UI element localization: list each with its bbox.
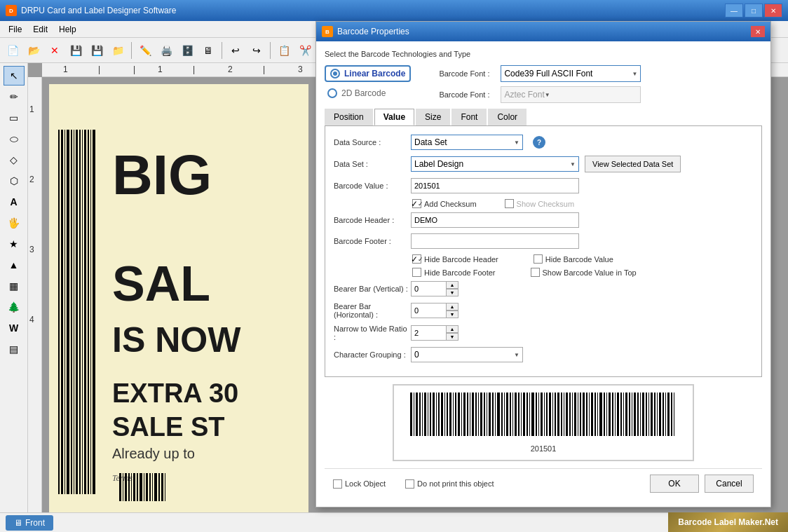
bearer-h-down[interactable]: ▼ [446,311,458,318]
ok-button[interactable]: OK [650,475,699,493]
barcode-value-label: Barcode Value : [334,182,411,190]
help-icon[interactable]: ? [533,136,545,149]
tb-copy[interactable]: 📋 [274,41,294,60]
tool-pencil[interactable]: ✏ [4,87,25,107]
show-top-checkbox[interactable] [531,268,540,277]
show-checksum-checkbox[interactable] [505,199,514,208]
hide-footer-label: Hide Barcode Footer [424,268,496,277]
menu-file[interactable]: File [3,23,27,36]
add-checksum-checkbox[interactable]: ✓ [412,199,421,208]
tool-triangle[interactable]: ▲ [4,255,25,275]
data-source-dropdown[interactable]: Data Set ▼ [411,135,523,150]
svg-rect-67 [480,393,482,436]
linear-barcode-radio[interactable] [330,69,340,79]
narrow-up[interactable]: ▲ [446,325,458,333]
watermark-text: Barcode Label Maker.Net [678,517,778,527]
bearer-v-up[interactable]: ▲ [446,281,458,289]
tool-grid[interactable]: ▤ [4,339,25,359]
twod-barcode-radio[interactable] [327,88,337,98]
svg-rect-64 [472,393,474,436]
tool-tree[interactable]: 🌲 [4,297,25,317]
hide-footer-item[interactable]: Hide Barcode Footer [412,268,496,277]
linear-font-dropdown[interactable]: Code39 Full ASCII Font ▼ [501,65,641,82]
add-checksum-item[interactable]: ✓ Add Checksum [412,199,477,208]
tb-save[interactable]: 💾 [66,41,86,60]
svg-rect-105 [589,393,590,436]
svg-rect-58 [455,393,456,436]
barcode-footer-input[interactable] [411,233,579,249]
show-checksum-item[interactable]: Show Checksum [505,199,575,208]
no-print-checkbox[interactable] [405,479,414,489]
tab-color[interactable]: Color [488,109,527,125]
lock-object-item[interactable]: Lock Object [333,479,386,489]
tb-new[interactable]: 📄 [3,41,22,60]
hide-header-checkbox[interactable]: ✓ [412,254,421,264]
tool-w[interactable]: W [4,318,25,338]
lock-object-checkbox[interactable] [333,479,342,489]
tb-db[interactable]: 🗄️ [177,41,197,60]
tb-undo[interactable]: ↩ [226,41,245,60]
tool-rect[interactable]: ▭ [4,108,25,128]
tb-open[interactable]: 📂 [24,41,43,60]
tool-text[interactable]: A [4,192,25,212]
app-title: DRPU Card and Label Designer Software [21,6,725,15]
bottom-barcode [119,473,301,508]
data-set-dropdown[interactable]: Label Design ▼ [411,156,579,172]
tool-poly[interactable]: ⬡ [4,171,25,191]
bearer-h-up[interactable]: ▲ [446,303,458,311]
barcode-header-input[interactable] [411,212,579,228]
tool-barcode[interactable]: ▦ [4,276,25,296]
tab-value[interactable]: Value [374,109,414,125]
twod-font-label: Barcode Font : [439,90,495,99]
hide-value-checkbox[interactable] [534,254,543,264]
tool-select[interactable]: ↖ [4,66,25,86]
cancel-button[interactable]: Cancel [705,475,754,493]
tab-position[interactable]: Position [325,109,373,125]
show-top-item[interactable]: Show Barcode Value in Top [531,268,637,277]
narrow-input[interactable] [411,325,446,341]
barcode-properties-dialog: B Barcode Properties ✕ Select the Barcod… [315,63,771,507]
tb-cut[interactable]: ✂️ [295,41,315,60]
bearer-h-input[interactable] [411,303,446,318]
svg-rect-110 [604,393,605,436]
tb-screen[interactable]: 🖥 [198,41,218,60]
menu-edit[interactable]: Edit [27,23,53,36]
menu-help[interactable]: Help [53,23,82,36]
hide-header-item[interactable]: ✓ Hide Barcode Header [412,254,498,264]
view-dataset-button[interactable]: View Selected Data Set [585,156,681,172]
bearer-h-spinner-btns: ▲ ▼ [446,303,458,318]
svg-rect-33 [140,473,142,501]
no-print-item[interactable]: Do not print this object [405,479,494,489]
svg-text:|: | [133,64,135,74]
tb-folder[interactable]: 📁 [108,41,128,60]
app-close-button[interactable]: ✕ [764,4,782,18]
tb-close[interactable]: ✕ [45,41,64,60]
narrow-down[interactable]: ▼ [446,333,458,341]
linear-barcode-label[interactable]: Linear Barcode [344,69,405,79]
tb-redo[interactable]: ↪ [247,41,266,60]
tab-size[interactable]: Size [416,109,450,125]
svg-rect-15 [67,130,69,494]
hide-value-item[interactable]: Hide Barcode Value [534,254,613,264]
twod-barcode-label[interactable]: 2D Barcode [341,88,386,98]
bearer-v-input[interactable] [411,281,446,296]
tab-font[interactable]: Font [451,109,487,125]
maximize-button[interactable]: □ [745,4,763,18]
twod-font-dropdown[interactable]: Aztec Font ▼ [501,86,641,103]
tb-print[interactable]: 🖨️ [156,41,176,60]
tb-edit[interactable]: ✏️ [135,41,155,60]
bearer-v-down[interactable]: ▼ [446,289,458,296]
tool-star[interactable]: ★ [4,234,25,254]
front-tab[interactable]: 🖥 Front [6,515,53,531]
data-source-value: Data Set [414,137,447,147]
tool-hand[interactable]: 🖐 [4,213,25,233]
hide-footer-checkbox[interactable] [412,268,421,277]
tool-diamond[interactable]: ◇ [4,150,25,170]
tool-ellipse[interactable]: ⬭ [4,129,25,149]
tb-save2[interactable]: 💾 [87,41,107,60]
show-top-label: Show Barcode Value in Top [543,268,637,277]
char-group-dropdown[interactable]: 0 ▼ [411,347,523,362]
svg-rect-92 [552,393,553,436]
minimize-button[interactable]: — [725,4,743,18]
barcode-value-input[interactable] [411,178,579,193]
